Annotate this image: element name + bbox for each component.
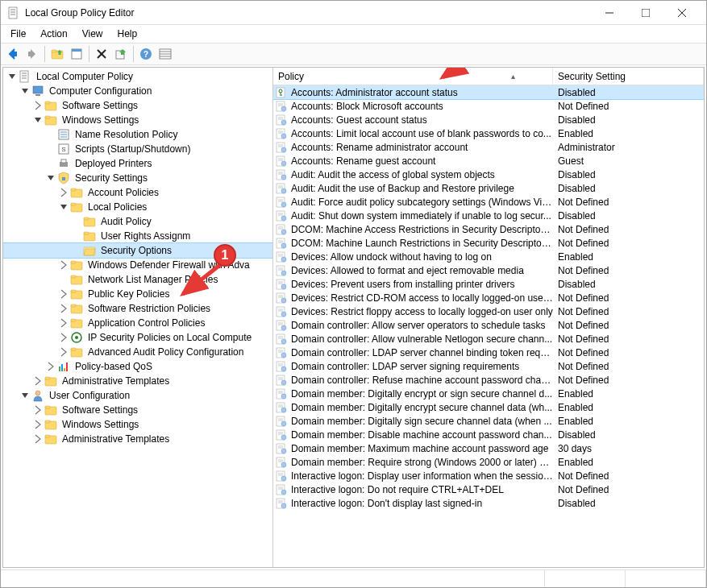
tree-item[interactable]: Application Control Policies bbox=[3, 316, 272, 330]
collapse-icon[interactable] bbox=[6, 71, 18, 82]
tree-item-label: Administrative Templates bbox=[60, 433, 171, 445]
tree-item[interactable]: Software Restriction Policies bbox=[3, 301, 272, 316]
collapse-icon[interactable] bbox=[58, 201, 69, 213]
menu-file[interactable]: File bbox=[4, 27, 32, 41]
details-view-button[interactable] bbox=[156, 45, 174, 63]
list-row[interactable]: Accounts: Rename administrator accountAd… bbox=[273, 140, 704, 154]
list-row[interactable]: Domain controller: Allow vulnerable Netl… bbox=[273, 332, 704, 346]
list-row[interactable]: Accounts: Block Microsoft accountsNot De… bbox=[273, 99, 704, 113]
tree-item[interactable]: Deployed Printers bbox=[3, 156, 272, 171]
close-button[interactable] bbox=[663, 2, 700, 24]
list-row[interactable]: Devices: Allow undock without having to … bbox=[273, 250, 704, 263]
delete-button[interactable] bbox=[93, 45, 110, 63]
tree-item[interactable]: Advanced Audit Policy Configuration bbox=[3, 345, 272, 359]
tree-item[interactable]: Audit Policy bbox=[3, 214, 272, 229]
list-row[interactable]: Interactive logon: Don't display last si… bbox=[273, 496, 704, 510]
forward-button[interactable] bbox=[23, 45, 41, 63]
back-button[interactable] bbox=[4, 45, 22, 63]
menu-view[interactable]: View bbox=[76, 27, 110, 41]
list-row[interactable]: Accounts: Rename guest accountGuest bbox=[273, 154, 704, 168]
collapse-icon[interactable] bbox=[45, 172, 56, 184]
tree-item[interactable]: Windows Settings bbox=[3, 417, 272, 432]
export-button[interactable] bbox=[112, 45, 130, 63]
tree-item[interactable]: Computer Configuration bbox=[3, 84, 272, 98]
expand-icon[interactable] bbox=[58, 332, 69, 343]
tree-item[interactable]: Local Policies bbox=[3, 200, 272, 214]
tree-item[interactable]: Windows Settings bbox=[3, 113, 272, 127]
folder-icon bbox=[70, 201, 83, 213]
minimize-button[interactable] bbox=[591, 2, 627, 24]
tree-item[interactable]: Administrative Templates bbox=[3, 432, 272, 446]
column-header-setting[interactable]: Security Setting bbox=[553, 68, 704, 85]
expand-icon[interactable] bbox=[32, 375, 44, 387]
list-row[interactable]: Devices: Allowed to format and eject rem… bbox=[273, 263, 704, 277]
collapse-icon[interactable] bbox=[19, 390, 31, 401]
tree-item[interactable]: Network List Manager Policies bbox=[3, 272, 272, 287]
list-row[interactable]: Domain member: Maximum machine account p… bbox=[273, 441, 704, 455]
list-row[interactable]: Audit: Audit the access of global system… bbox=[273, 168, 704, 181]
list-row[interactable]: Domain controller: LDAP server signing r… bbox=[273, 359, 704, 373]
tree-item[interactable]: Security Settings bbox=[3, 171, 272, 185]
list-row[interactable]: Interactive logon: Display user informat… bbox=[273, 469, 704, 482]
list-row[interactable]: Devices: Restrict floppy access to local… bbox=[273, 304, 704, 318]
tree-item[interactable]: Local Computer Policy bbox=[3, 69, 272, 84]
list-row[interactable]: DCOM: Machine Launch Restrictions in Sec… bbox=[273, 236, 704, 250]
list-row[interactable]: Domain controller: Refuse machine accoun… bbox=[273, 373, 704, 387]
tree-item[interactable]: Software Settings bbox=[3, 403, 272, 417]
list-row[interactable]: Devices: Prevent users from installing p… bbox=[273, 277, 704, 291]
expand-icon[interactable] bbox=[32, 100, 44, 111]
menu-action[interactable]: Action bbox=[34, 27, 73, 41]
tree-item[interactable]: User Rights Assignm bbox=[3, 229, 272, 243]
collapse-icon[interactable] bbox=[19, 85, 31, 97]
tree-item[interactable]: Administrative Templates bbox=[3, 374, 272, 388]
tree-item[interactable]: Policy-based QoS bbox=[3, 359, 272, 374]
help-button[interactable] bbox=[137, 45, 155, 63]
list-row[interactable]: Domain controller: Allow server operator… bbox=[273, 318, 704, 332]
expand-icon[interactable] bbox=[32, 404, 44, 416]
list-row[interactable]: Domain controller: LDAP server channel b… bbox=[273, 346, 704, 359]
list-row[interactable]: Audit: Audit the use of Backup and Resto… bbox=[273, 181, 704, 195]
list-row[interactable]: Domain member: Digitally encrypt secure … bbox=[273, 400, 704, 414]
list-row[interactable]: Domain member: Digitally sign secure cha… bbox=[273, 414, 704, 428]
expand-icon[interactable] bbox=[58, 317, 69, 329]
properties-button[interactable] bbox=[68, 45, 85, 63]
tree-item[interactable]: Software Settings bbox=[3, 98, 272, 113]
policy-icon bbox=[275, 182, 288, 195]
list-row[interactable]: Domain member: Digitally encrypt or sign… bbox=[273, 387, 704, 400]
list-row[interactable]: Accounts: Administrator account statusDi… bbox=[273, 85, 704, 99]
tree-item[interactable]: User Configuration bbox=[3, 388, 272, 403]
list-row[interactable]: Domain member: Disable machine account p… bbox=[273, 428, 704, 441]
tree-item[interactable]: Public Key Policies bbox=[3, 287, 272, 301]
list-row[interactable]: Accounts: Guest account statusDisabled bbox=[273, 113, 704, 126]
list-row[interactable]: Domain member: Require strong (Windows 2… bbox=[273, 455, 704, 469]
user-icon bbox=[31, 389, 44, 402]
maximize-button[interactable] bbox=[627, 2, 663, 24]
collapse-icon[interactable] bbox=[32, 114, 44, 126]
tree-item[interactable]: Scripts (Startup/Shutdown) bbox=[3, 142, 272, 156]
list-body[interactable]: Accounts: Administrator account statusDi… bbox=[273, 85, 704, 567]
list-row[interactable]: Interactive logon: Do not require CTRL+A… bbox=[273, 482, 704, 496]
toolbar-separator bbox=[133, 46, 134, 62]
expand-icon[interactable] bbox=[32, 419, 44, 430]
tree-pane[interactable]: Local Computer PolicyComputer Configurat… bbox=[3, 68, 273, 567]
expand-icon[interactable] bbox=[58, 288, 69, 300]
list-row[interactable]: Audit: Force audit policy subcategory se… bbox=[273, 195, 704, 209]
expand-icon[interactable] bbox=[58, 259, 69, 271]
list-row[interactable]: Accounts: Limit local account use of bla… bbox=[273, 126, 704, 140]
list-row[interactable]: Audit: Shut down system immediately if u… bbox=[273, 209, 704, 222]
policy-cell: Domain member: Digitally encrypt or sign… bbox=[291, 388, 553, 400]
list-row[interactable]: DCOM: Machine Access Restrictions in Sec… bbox=[273, 222, 704, 236]
menu-help[interactable]: Help bbox=[111, 27, 144, 41]
tree-item[interactable]: Name Resolution Policy bbox=[3, 127, 272, 142]
list-row[interactable]: Devices: Restrict CD-ROM access to local… bbox=[273, 291, 704, 304]
tree-item[interactable]: Account Policies bbox=[3, 185, 272, 200]
expand-icon[interactable] bbox=[45, 361, 56, 372]
up-button[interactable] bbox=[48, 45, 66, 63]
expand-icon[interactable] bbox=[32, 433, 44, 445]
expand-icon[interactable] bbox=[58, 187, 69, 198]
titlebar[interactable]: Local Group Policy Editor bbox=[1, 1, 706, 25]
tree-item[interactable]: IP Security Policies on Local Compute bbox=[3, 330, 272, 345]
script-icon bbox=[57, 143, 70, 155]
expand-icon[interactable] bbox=[58, 346, 69, 358]
expand-icon[interactable] bbox=[58, 303, 69, 314]
